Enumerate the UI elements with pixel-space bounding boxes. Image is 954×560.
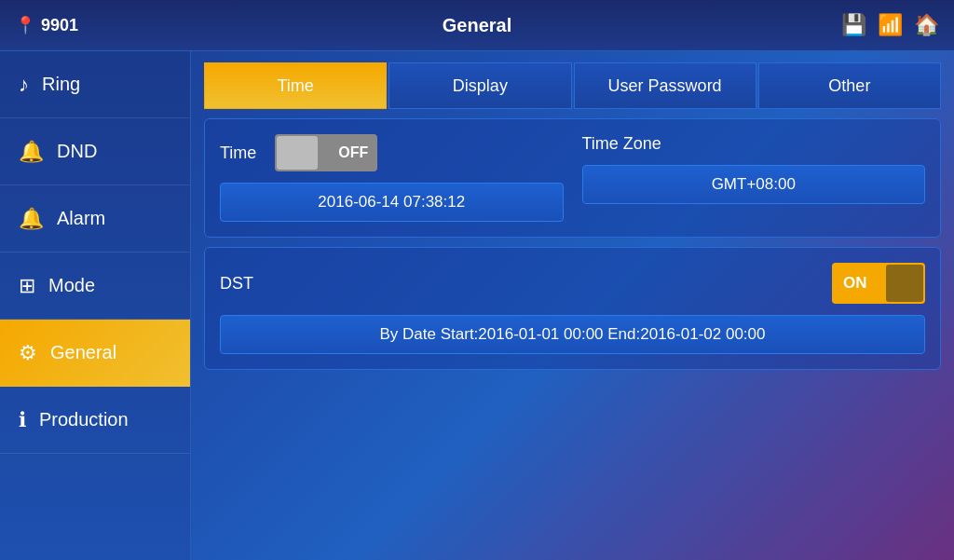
sidebar-item-dnd[interactable]: 🔔 DND bbox=[0, 118, 190, 185]
content-area: Time Display User Password Other Time bbox=[191, 51, 954, 560]
sidebar-item-ring[interactable]: ♪ Ring bbox=[0, 51, 190, 118]
dst-toggle-state: ON bbox=[843, 274, 867, 293]
sidebar-item-mode-label: Mode bbox=[48, 275, 95, 296]
sidebar-item-ring-label: Ring bbox=[42, 74, 80, 95]
mode-icon: ⊞ bbox=[19, 274, 35, 298]
tab-display[interactable]: Display bbox=[388, 62, 571, 109]
sidebar-item-alarm[interactable]: 🔔 Alarm bbox=[0, 185, 190, 253]
location-icon: 📍 bbox=[15, 15, 35, 35]
time-toggle-thumb bbox=[277, 136, 318, 170]
datetime-display[interactable]: 2016-06-14 07:38:12 bbox=[220, 183, 564, 222]
dst-panel: DST ON By Date Start:2016-01-01 00:00 En… bbox=[204, 247, 941, 370]
page-title: General bbox=[323, 15, 632, 36]
dst-panel-inner: DST ON By Date Start:2016-01-01 00:00 En… bbox=[220, 263, 925, 354]
time-panel-inner: Time OFF 2016-06-14 07:38:12 Time Zone G… bbox=[220, 134, 925, 222]
alarm-icon: 🔔 bbox=[19, 207, 44, 231]
header-icons: 💾 📶 🏠 bbox=[631, 13, 939, 37]
sidebar-item-general-label: General bbox=[50, 342, 116, 363]
wifi-icon: 📶 bbox=[878, 13, 903, 37]
header: 📍 9901 General 💾 📶 🏠 bbox=[0, 0, 954, 51]
device-id-text: 9901 bbox=[41, 16, 78, 35]
time-label: Time bbox=[220, 143, 256, 163]
sd-card-icon: 💾 bbox=[841, 13, 866, 37]
general-icon: ⚙ bbox=[19, 341, 37, 365]
ring-icon: ♪ bbox=[19, 73, 29, 97]
timezone-section: Time Zone GMT+08:00 bbox=[582, 134, 926, 222]
dst-label: DST bbox=[220, 274, 253, 294]
time-timezone-panel: Time OFF 2016-06-14 07:38:12 Time Zone G… bbox=[204, 118, 941, 238]
sidebar-item-alarm-label: Alarm bbox=[57, 208, 105, 229]
dnd-icon: 🔔 bbox=[19, 140, 44, 164]
sidebar-item-mode[interactable]: ⊞ Mode bbox=[0, 253, 190, 320]
time-toggle[interactable]: OFF bbox=[275, 134, 377, 171]
device-id: 📍 9901 bbox=[15, 15, 323, 35]
production-icon: ℹ bbox=[19, 408, 26, 432]
timezone-label: Time Zone bbox=[582, 134, 926, 154]
timezone-display[interactable]: GMT+08:00 bbox=[582, 165, 926, 204]
dst-toggle[interactable]: ON bbox=[832, 263, 925, 304]
sidebar-item-production-label: Production bbox=[39, 409, 129, 430]
tab-user-password[interactable]: User Password bbox=[574, 62, 756, 109]
dst-date-range[interactable]: By Date Start:2016-01-01 00:00 End:2016-… bbox=[220, 315, 925, 354]
sidebar-item-dnd-label: DND bbox=[57, 141, 97, 162]
home-icon[interactable]: 🏠 bbox=[914, 13, 939, 37]
main-layout: ♪ Ring 🔔 DND 🔔 Alarm ⊞ Mode ⚙ General ℹ … bbox=[0, 51, 954, 560]
tab-time[interactable]: Time bbox=[204, 62, 387, 109]
sidebar-item-production[interactable]: ℹ Production bbox=[0, 387, 190, 454]
sidebar-item-general[interactable]: ⚙ General bbox=[0, 320, 190, 387]
time-toggle-state: OFF bbox=[338, 144, 368, 161]
tab-bar: Time Display User Password Other bbox=[204, 62, 941, 109]
sidebar: ♪ Ring 🔔 DND 🔔 Alarm ⊞ Mode ⚙ General ℹ … bbox=[0, 51, 191, 560]
dst-toggle-thumb bbox=[886, 265, 923, 302]
time-section: Time OFF 2016-06-14 07:38:12 bbox=[220, 134, 564, 222]
dst-header: DST ON bbox=[220, 263, 925, 304]
tab-other[interactable]: Other bbox=[758, 62, 941, 109]
